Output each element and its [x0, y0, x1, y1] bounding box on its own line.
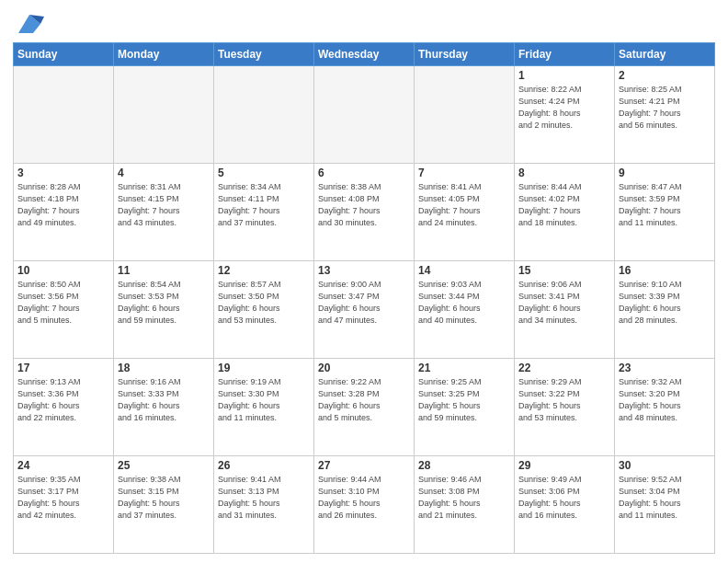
day-info: Sunrise: 9:25 AM Sunset: 3:25 PM Dayligh… [418, 376, 510, 424]
day-number: 24 [17, 459, 109, 472]
day-number: 1 [518, 69, 610, 82]
day-number: 28 [418, 459, 510, 472]
calendar-cell: 2Sunrise: 8:25 AM Sunset: 4:21 PM Daylig… [615, 66, 715, 164]
day-number: 2 [619, 69, 711, 82]
calendar-week-2: 3Sunrise: 8:28 AM Sunset: 4:18 PM Daylig… [14, 164, 715, 261]
calendar-header-wednesday: Wednesday [314, 43, 415, 66]
day-number: 13 [318, 264, 410, 277]
day-number: 15 [518, 264, 610, 277]
calendar-cell: 8Sunrise: 8:44 AM Sunset: 4:02 PM Daylig… [515, 164, 615, 261]
day-number: 19 [218, 362, 310, 374]
calendar-cell: 9Sunrise: 8:47 AM Sunset: 3:59 PM Daylig… [615, 164, 715, 261]
day-info: Sunrise: 8:47 AM Sunset: 3:59 PM Dayligh… [619, 181, 711, 229]
day-info: Sunrise: 9:32 AM Sunset: 3:20 PM Dayligh… [619, 376, 711, 424]
day-number: 26 [218, 459, 310, 472]
calendar-header-row: SundayMondayTuesdayWednesdayThursdayFrid… [14, 43, 715, 66]
day-number: 27 [318, 459, 410, 472]
day-info: Sunrise: 8:25 AM Sunset: 4:21 PM Dayligh… [619, 84, 711, 132]
calendar-week-3: 10Sunrise: 8:50 AM Sunset: 3:56 PM Dayli… [14, 261, 715, 359]
calendar-cell: 14Sunrise: 9:03 AM Sunset: 3:44 PM Dayli… [415, 261, 515, 359]
calendar-cell [314, 66, 415, 164]
day-number: 21 [418, 362, 510, 374]
day-info: Sunrise: 8:41 AM Sunset: 4:05 PM Dayligh… [418, 181, 510, 229]
calendar-cell: 20Sunrise: 9:22 AM Sunset: 3:28 PM Dayli… [314, 359, 415, 456]
day-number: 20 [318, 362, 410, 374]
calendar-cell [214, 66, 314, 164]
day-info: Sunrise: 9:29 AM Sunset: 3:22 PM Dayligh… [518, 376, 610, 424]
day-info: Sunrise: 9:22 AM Sunset: 3:28 PM Dayligh… [318, 376, 410, 424]
day-info: Sunrise: 8:44 AM Sunset: 4:02 PM Dayligh… [518, 181, 610, 229]
calendar-cell: 23Sunrise: 9:32 AM Sunset: 3:20 PM Dayli… [615, 359, 715, 456]
calendar-header-saturday: Saturday [615, 43, 715, 66]
day-number: 6 [318, 167, 410, 179]
calendar-cell: 18Sunrise: 9:16 AM Sunset: 3:33 PM Dayli… [114, 359, 214, 456]
day-info: Sunrise: 9:03 AM Sunset: 3:44 PM Dayligh… [418, 279, 510, 327]
day-number: 9 [619, 167, 711, 179]
calendar-header-sunday: Sunday [14, 43, 114, 66]
day-info: Sunrise: 8:28 AM Sunset: 4:18 PM Dayligh… [17, 181, 109, 229]
calendar-cell: 5Sunrise: 8:34 AM Sunset: 4:11 PM Daylig… [214, 164, 314, 261]
calendar-cell: 11Sunrise: 8:54 AM Sunset: 3:53 PM Dayli… [114, 261, 214, 359]
day-info: Sunrise: 9:44 AM Sunset: 3:10 PM Dayligh… [318, 474, 410, 522]
day-info: Sunrise: 9:46 AM Sunset: 3:08 PM Dayligh… [418, 474, 510, 522]
day-number: 23 [619, 362, 711, 374]
day-info: Sunrise: 9:19 AM Sunset: 3:30 PM Dayligh… [218, 376, 310, 424]
calendar-cell: 21Sunrise: 9:25 AM Sunset: 3:25 PM Dayli… [415, 359, 515, 456]
day-info: Sunrise: 9:13 AM Sunset: 3:36 PM Dayligh… [17, 376, 109, 424]
day-number: 22 [518, 362, 610, 374]
calendar-week-5: 24Sunrise: 9:35 AM Sunset: 3:17 PM Dayli… [14, 456, 715, 554]
day-info: Sunrise: 9:10 AM Sunset: 3:39 PM Dayligh… [619, 279, 711, 327]
day-info: Sunrise: 9:35 AM Sunset: 3:17 PM Dayligh… [17, 474, 109, 522]
calendar-cell: 6Sunrise: 8:38 AM Sunset: 4:08 PM Daylig… [314, 164, 415, 261]
calendar-cell: 19Sunrise: 9:19 AM Sunset: 3:30 PM Dayli… [214, 359, 314, 456]
day-number: 29 [518, 459, 610, 472]
calendar-header-monday: Monday [114, 43, 214, 66]
calendar-cell: 22Sunrise: 9:29 AM Sunset: 3:22 PM Dayli… [515, 359, 615, 456]
logo [13, 13, 44, 37]
day-number: 5 [218, 167, 310, 179]
day-info: Sunrise: 8:57 AM Sunset: 3:50 PM Dayligh… [218, 279, 310, 327]
day-info: Sunrise: 8:38 AM Sunset: 4:08 PM Dayligh… [318, 181, 410, 229]
day-info: Sunrise: 8:50 AM Sunset: 3:56 PM Dayligh… [17, 279, 109, 327]
calendar-week-1: 1Sunrise: 8:22 AM Sunset: 4:24 PM Daylig… [14, 66, 715, 164]
calendar-cell: 10Sunrise: 8:50 AM Sunset: 3:56 PM Dayli… [14, 261, 114, 359]
calendar-cell: 24Sunrise: 9:35 AM Sunset: 3:17 PM Dayli… [14, 456, 114, 554]
day-number: 16 [619, 264, 711, 277]
calendar-table: SundayMondayTuesdayWednesdayThursdayFrid… [13, 42, 715, 554]
day-info: Sunrise: 9:06 AM Sunset: 3:41 PM Dayligh… [518, 279, 610, 327]
calendar-header-thursday: Thursday [415, 43, 515, 66]
day-number: 18 [118, 362, 210, 374]
day-number: 14 [418, 264, 510, 277]
calendar-week-4: 17Sunrise: 9:13 AM Sunset: 3:36 PM Dayli… [14, 359, 715, 456]
day-info: Sunrise: 8:22 AM Sunset: 4:24 PM Dayligh… [518, 84, 610, 132]
calendar-cell: 1Sunrise: 8:22 AM Sunset: 4:24 PM Daylig… [515, 66, 615, 164]
calendar-cell [415, 66, 515, 164]
page: SundayMondayTuesdayWednesdayThursdayFrid… [0, 0, 728, 563]
calendar-cell: 16Sunrise: 9:10 AM Sunset: 3:39 PM Dayli… [615, 261, 715, 359]
calendar-header-tuesday: Tuesday [214, 43, 314, 66]
calendar-cell: 12Sunrise: 8:57 AM Sunset: 3:50 PM Dayli… [214, 261, 314, 359]
calendar-header-friday: Friday [515, 43, 615, 66]
day-number: 30 [619, 459, 711, 472]
day-number: 11 [118, 264, 210, 277]
day-number: 4 [118, 167, 210, 179]
day-number: 12 [218, 264, 310, 277]
day-info: Sunrise: 9:00 AM Sunset: 3:47 PM Dayligh… [318, 279, 410, 327]
day-info: Sunrise: 8:31 AM Sunset: 4:15 PM Dayligh… [118, 181, 210, 229]
day-number: 10 [17, 264, 109, 277]
calendar-cell: 26Sunrise: 9:41 AM Sunset: 3:13 PM Dayli… [214, 456, 314, 554]
day-number: 3 [17, 167, 109, 179]
day-number: 7 [418, 167, 510, 179]
day-info: Sunrise: 9:52 AM Sunset: 3:04 PM Dayligh… [619, 474, 711, 522]
calendar-cell: 29Sunrise: 9:49 AM Sunset: 3:06 PM Dayli… [515, 456, 615, 554]
calendar-cell: 15Sunrise: 9:06 AM Sunset: 3:41 PM Dayli… [515, 261, 615, 359]
calendar-cell: 3Sunrise: 8:28 AM Sunset: 4:18 PM Daylig… [14, 164, 114, 261]
day-info: Sunrise: 9:38 AM Sunset: 3:15 PM Dayligh… [118, 474, 210, 522]
calendar-cell [14, 66, 114, 164]
header [13, 9, 715, 37]
logo-icon [15, 11, 44, 37]
day-info: Sunrise: 8:54 AM Sunset: 3:53 PM Dayligh… [118, 279, 210, 327]
calendar-cell [114, 66, 214, 164]
day-info: Sunrise: 9:16 AM Sunset: 3:33 PM Dayligh… [118, 376, 210, 424]
day-number: 25 [118, 459, 210, 472]
